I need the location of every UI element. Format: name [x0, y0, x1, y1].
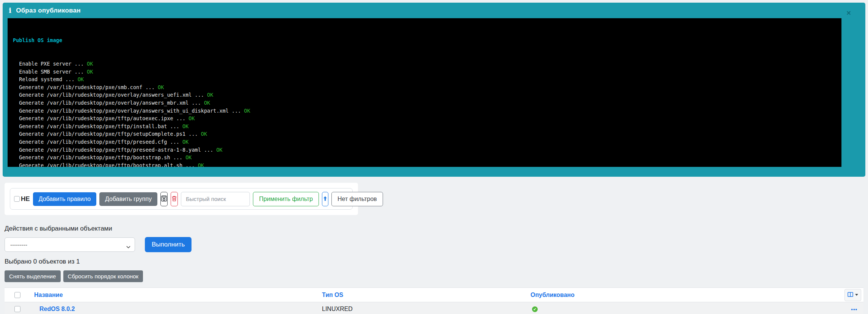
not-checkbox[interactable] [14, 196, 20, 202]
select-all-checkbox[interactable] [14, 292, 20, 298]
info-icon: i [9, 7, 11, 14]
terminal-line: Generate /var/lib/rudesktop/pxe/tftp/pre… [13, 138, 836, 146]
row-os-type: LINUXRED [322, 306, 531, 312]
trash-icon [171, 195, 177, 203]
banner-header: i Образ опубликован [3, 3, 865, 18]
terminal-line: Generate /var/lib/rudesktop/pxe/tftp/pre… [13, 146, 836, 154]
terminal-line: Generate /var/lib/rudesktop/pxe/overlay/… [13, 91, 836, 99]
add-rule-button[interactable]: Добавить правило [33, 192, 96, 206]
table-header-row: Название Тип OS Опубликовано [5, 288, 863, 302]
execute-button[interactable]: Выполнить [145, 237, 191, 252]
terminal-line: Generate /var/lib/rudesktop/pxe/overlay/… [13, 99, 836, 107]
terminal-line: Generate /var/lib/rudesktop/pxe/tftp/set… [13, 130, 836, 138]
close-icon[interactable]: × [844, 9, 853, 17]
reset-columns-button[interactable]: Сбросить порядок колонок [63, 270, 143, 282]
terminal-header-line: Publish OS image [13, 36, 836, 44]
terminal-line: Generate /var/lib/rudesktop/pxe/tftp/boo… [13, 154, 836, 162]
terminal-line: Enable PXE server ... OK [13, 60, 836, 68]
terminal-line: Generate /var/lib/rudesktop/pxe/tftp/boo… [13, 162, 836, 167]
add-group-button[interactable]: Добавить группу [99, 192, 157, 206]
terminal-line: Generate /var/lib/rudesktop/pxe/tftp/aut… [13, 115, 836, 122]
action-select[interactable]: --------- [5, 237, 135, 252]
terminal-line: Enable SMB server ... OK [13, 68, 836, 76]
terminal-output: Publish OS image Enable PXE server ... O… [8, 18, 841, 167]
actions-section: Действия с выбранными объектами --------… [5, 225, 868, 282]
quick-search-input[interactable] [181, 192, 250, 206]
row-name-link[interactable]: RedOS 8.0.2 [34, 306, 75, 312]
not-toggle: НЕ [14, 195, 30, 203]
column-header-name[interactable]: Название [34, 292, 63, 298]
terminal-line: Reload systemd ... OK [13, 75, 836, 83]
column-header-published[interactable]: Опубликовано [531, 292, 574, 298]
filter-toolbar-card: НЕ Добавить правило Добавить группу [5, 183, 358, 215]
not-label: НЕ [21, 195, 30, 203]
action-select-wrap: --------- [5, 237, 135, 252]
publish-banner: i Образ опубликован × Publish OS image E… [3, 3, 865, 177]
selection-summary: Выбрано 0 объектов из 1 [5, 258, 868, 265]
terminal-line: Generate /var/lib/rudesktop/pxe/tftp/ins… [13, 122, 836, 130]
clear-selection-button[interactable]: Снять выделение [5, 270, 61, 282]
floppy-disk-icon [161, 195, 167, 203]
table-columns-icon [848, 292, 853, 298]
filter-toolbar: НЕ Добавить правило Добавить группу [10, 188, 353, 210]
caret-down-icon [855, 294, 858, 296]
collapse-filter-button[interactable] [322, 192, 328, 206]
column-settings-button[interactable] [844, 289, 861, 301]
os-images-table: Название Тип OS Опубликовано RedOS 8.0.2… [5, 287, 863, 314]
banner-title: Образ опубликован [16, 7, 80, 14]
apply-filter-button[interactable]: Применить фильтр [253, 192, 319, 206]
save-filter-button[interactable] [160, 192, 168, 206]
table-row: RedOS 8.0.2 LINUXRED ✔ ••• [5, 302, 863, 314]
delete-filter-button[interactable] [171, 192, 178, 206]
terminal-line: Generate /var/lib/rudesktop/pxe/smb.conf… [13, 83, 836, 91]
actions-title: Действия с выбранными объектами [5, 225, 868, 232]
terminal-line: Generate /var/lib/rudesktop/pxe/overlay/… [13, 107, 836, 115]
row-checkbox[interactable] [14, 306, 20, 312]
column-header-os-type[interactable]: Тип OS [322, 292, 343, 298]
ellipsis-icon[interactable]: ••• [851, 306, 857, 312]
check-circle-icon: ✔ [532, 306, 538, 312]
arrow-up-icon [322, 196, 328, 203]
no-filters-button[interactable]: Нет фильтров [331, 192, 383, 206]
